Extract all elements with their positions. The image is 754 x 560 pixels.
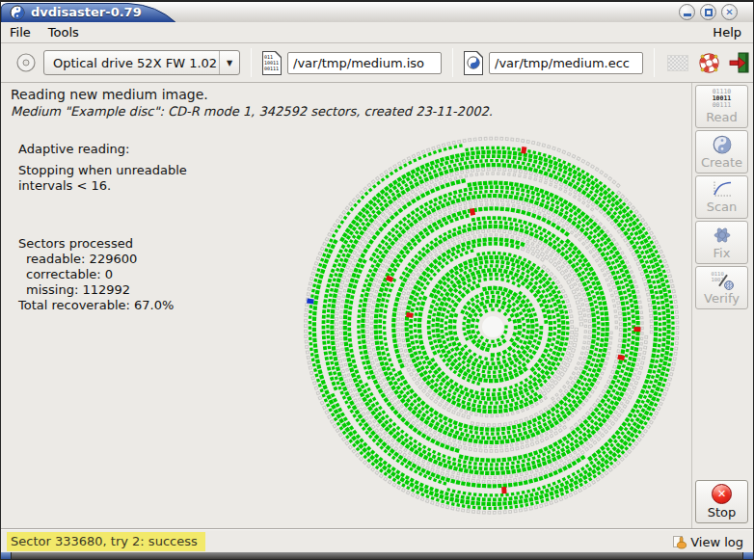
create-yinyang-icon: [713, 135, 732, 154]
stop-button[interactable]: ✕ Stop: [695, 480, 748, 523]
toolbar-separator: [251, 48, 252, 77]
missing-count: missing: 112992: [18, 282, 187, 298]
toolbar: Optical drive 52X FW 1.02 ▼ 011 10011 00…: [1, 43, 753, 83]
fix-button[interactable]: Fix: [695, 221, 748, 264]
hand-pointer-icon: [672, 534, 687, 549]
status-message: Sector 333680, try 2: success: [7, 532, 205, 551]
app-logo-yinyang-icon: [10, 5, 25, 20]
correctable-count: correctable: 0: [18, 267, 187, 282]
sectors-processed-label: Sectors processed: [18, 236, 187, 252]
create-label: Create: [701, 155, 742, 170]
verify-label: Verify: [704, 291, 740, 306]
optical-drive-icon: [14, 51, 38, 74]
stop-x-icon: ✕: [712, 484, 732, 504]
lifebelt-icon: [698, 52, 720, 74]
verify-ball-icon: [724, 280, 734, 290]
image-file-icon: 011 10011 00111: [262, 51, 282, 75]
menu-help[interactable]: Help: [701, 23, 753, 41]
help-lifebelt-button[interactable]: [696, 49, 721, 76]
action-sidebar: 01110 10011 00111 Read Create Scan: [691, 83, 751, 528]
verify-compare-icon: 0110 1001: [710, 271, 735, 290]
preferences-icon-disabled: [667, 55, 688, 71]
ecc-path-input[interactable]: [489, 52, 643, 74]
create-button[interactable]: Create: [695, 130, 748, 173]
titlebar[interactable]: dvdisaster-0.79 ✕: [1, 1, 753, 22]
stopping-condition-line1: Stopping when unreadable: [18, 163, 187, 178]
readable-count: readable: 229600: [18, 252, 187, 267]
scan-button[interactable]: Scan: [695, 175, 748, 219]
close-button[interactable]: ✕: [721, 4, 738, 20]
window-controls: ✕: [679, 4, 738, 20]
fix-label: Fix: [714, 246, 731, 260]
menu-tools[interactable]: Tools: [40, 23, 88, 41]
scan-curve-icon: [712, 180, 733, 199]
scan-label: Scan: [707, 200, 738, 214]
total-recoverable: Total recoverable: 67.0%: [18, 298, 187, 313]
toolbar-separator: [452, 48, 453, 77]
doc-fold-icon: [276, 51, 282, 57]
sector-spiral-visualization: [221, 130, 695, 528]
maximize-icon: [705, 9, 713, 16]
window-corner-grip-right[interactable]: [742, 552, 753, 559]
ecc-yinyang-icon: [467, 56, 480, 69]
icon-binary-line: 00111: [264, 66, 281, 71]
minimize-icon: [684, 13, 691, 16]
ecc-file-icon: [464, 51, 483, 75]
stop-label: Stop: [708, 505, 737, 520]
menubar: File Tools Help: [1, 22, 753, 43]
exit-door-icon: [728, 51, 751, 74]
read-button[interactable]: 01110 10011 00111 Read: [695, 85, 748, 128]
verify-button[interactable]: 0110 1001 Verify: [695, 266, 748, 309]
drive-selector-dropdown[interactable]: Optical drive 52X FW 1.02 ▼: [43, 50, 240, 75]
maximize-button[interactable]: [700, 4, 716, 20]
dvdisaster-window: dvdisaster-0.79 ✕ File Tools Help Optica…: [0, 0, 754, 560]
chevron-down-icon[interactable]: ▼: [219, 51, 239, 74]
fix-splat-icon: [713, 226, 732, 245]
iso-path-input[interactable]: [287, 52, 442, 74]
window-bottom-edge: [1, 552, 753, 559]
view-log-button[interactable]: View log: [672, 534, 743, 549]
reading-mode-label: Adaptive reading:: [18, 142, 187, 157]
window-title: dvdisaster-0.79: [31, 5, 142, 19]
activity-message: Reading new medium image.: [11, 87, 208, 102]
stopping-condition-line2: intervals < 16.: [18, 178, 187, 194]
toolbar-separator: [654, 48, 655, 77]
close-icon: ✕: [725, 8, 733, 17]
menu-file[interactable]: File: [1, 23, 40, 41]
statusbar: Sector 333680, try 2: success View log: [1, 528, 753, 554]
window-corner-grip-left[interactable]: [1, 552, 12, 559]
reading-stats-panel: Adaptive reading: Stopping when unreadab…: [18, 142, 187, 313]
view-log-label: View log: [690, 535, 743, 549]
minimize-button[interactable]: [679, 4, 695, 20]
medium-info-message: Medium "Example disc": CD-R mode 1, 3425…: [11, 104, 493, 119]
drive-selector-value: Optical drive 52X FW 1.02: [44, 56, 219, 70]
quit-button[interactable]: [727, 49, 752, 76]
doc-fold-icon: [477, 51, 483, 57]
read-label: Read: [706, 110, 738, 124]
read-binary-icon: 01110 10011 00111: [713, 89, 732, 109]
